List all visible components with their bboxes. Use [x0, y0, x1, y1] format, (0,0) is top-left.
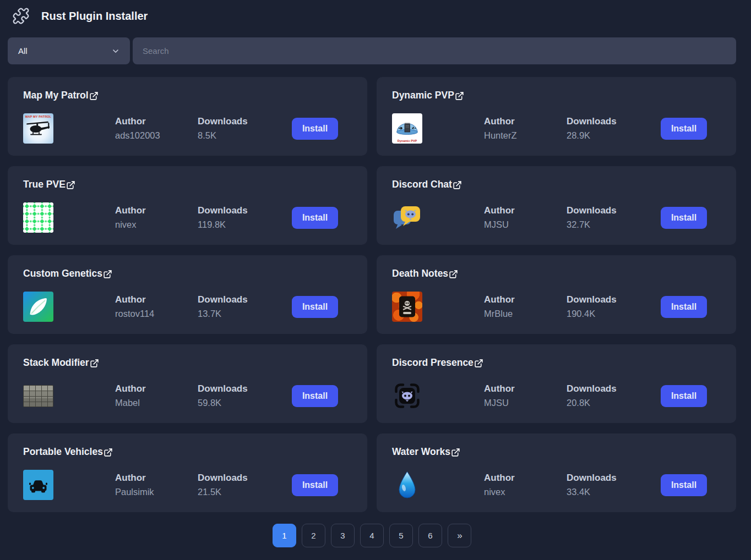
downloads-block: Downloads 8.5K — [198, 116, 286, 141]
plugin-title-link[interactable]: Discord Presence — [392, 357, 483, 369]
downloads-block: Downloads 28.9K — [567, 116, 655, 141]
author-label: Author — [115, 473, 198, 484]
downloads-value: 21.5K — [198, 487, 286, 497]
plugin-card-body: Dynamic PVP Author HunterZ Downloads 28.… — [392, 113, 707, 144]
plugin-card: Dynamic PVP Dynamic PVP Author HunterZ D… — [377, 77, 736, 156]
downloads-block: Downloads 32.7K — [567, 205, 655, 230]
plugin-card-body: Author Mabel Downloads 59.8K Install — [23, 381, 338, 411]
search-input[interactable] — [133, 37, 736, 64]
leaf-custom-genetics-icon — [23, 292, 53, 322]
plugin-card-body: Author rostov114 Downloads 13.7K Install — [23, 292, 338, 322]
author-block: Author Paulsimik — [115, 473, 198, 497]
plugin-title-link[interactable]: Custom Genetics — [23, 268, 112, 279]
page-button-4[interactable]: 4 — [360, 524, 384, 547]
plugin-title: Water Works — [392, 446, 450, 458]
install-button[interactable]: Install — [661, 385, 707, 407]
author-value: HunterZ — [484, 130, 567, 141]
downloads-label: Downloads — [198, 383, 286, 394]
discord-presence-frame-icon — [392, 381, 422, 411]
install-button[interactable]: Install — [292, 118, 338, 140]
page-title: Rust Plugin Installer — [41, 10, 148, 23]
plugin-title-link[interactable]: Stack Modifier — [23, 357, 99, 369]
plugin-card: True PVE Author nivex Downloads 119.8K I… — [8, 166, 367, 245]
install-button[interactable]: Install — [661, 207, 707, 229]
plugin-title-link[interactable]: Portable Vehicles — [23, 446, 113, 458]
plugin-title: Discord Presence — [392, 357, 474, 369]
plugin-card-body: Author Paulsimik Downloads 21.5K Install — [23, 470, 338, 500]
downloads-label: Downloads — [198, 473, 286, 484]
car-portable-vehicles-icon — [23, 470, 53, 500]
author-block: Author HunterZ — [484, 116, 567, 141]
downloads-label: Downloads — [198, 294, 286, 305]
author-value: Paulsimik — [115, 487, 198, 497]
plugin-card: Stack Modifier Author Mabel Downloads 59… — [8, 344, 367, 423]
author-label: Author — [484, 116, 567, 127]
install-button[interactable]: Install — [292, 296, 338, 318]
external-link-icon — [89, 91, 99, 101]
author-block: Author nivex — [115, 205, 198, 230]
next-pages-button[interactable]: » — [448, 524, 471, 547]
downloads-label: Downloads — [567, 205, 655, 216]
inventory-grid-stack-modifier-icon — [23, 381, 53, 411]
plugin-title-link[interactable]: True PVE — [23, 179, 75, 190]
author-label: Author — [484, 473, 567, 484]
plugin-title: Dynamic PVP — [392, 90, 454, 101]
downloads-label: Downloads — [198, 205, 286, 216]
author-block: Author Mabel — [115, 383, 198, 408]
dome-dynamic-pvp-icon: Dynamic PVP — [392, 113, 422, 144]
downloads-value: 32.7K — [567, 219, 655, 230]
plugin-card: Discord Chat Author MJSU Downloads 32.7K… — [377, 166, 736, 245]
page-button-6[interactable]: 6 — [418, 524, 442, 547]
external-link-icon — [453, 180, 462, 190]
author-label: Author — [115, 205, 198, 216]
plugin-card: Death Notes Author MrBlue Downloads 190.… — [377, 255, 736, 334]
author-label: Author — [115, 383, 198, 394]
install-button[interactable]: Install — [661, 474, 707, 496]
page-button-2[interactable]: 2 — [302, 524, 325, 547]
install-button[interactable]: Install — [292, 207, 338, 229]
category-select[interactable]: All — [8, 37, 130, 64]
green-pattern-true-pve-icon — [23, 202, 53, 233]
author-value: rostov114 — [115, 309, 198, 319]
plugin-title-link[interactable]: Death Notes — [392, 268, 458, 279]
install-button[interactable]: Install — [661, 118, 707, 140]
author-label: Author — [484, 205, 567, 216]
author-value: nivex — [115, 219, 198, 230]
author-value: nivex — [484, 487, 567, 497]
plugin-title: True PVE — [23, 179, 66, 190]
external-link-icon — [455, 91, 464, 101]
author-label: Author — [115, 116, 198, 127]
plugin-card: Map My Patrol MAP MY PATROL Author ads10… — [8, 77, 367, 156]
downloads-block: Downloads 13.7K — [198, 294, 286, 319]
author-label: Author — [484, 383, 567, 394]
install-button[interactable]: Install — [661, 296, 707, 318]
downloads-label: Downloads — [198, 116, 286, 127]
author-block: Author rostov114 — [115, 294, 198, 319]
downloads-block: Downloads 33.4K — [567, 473, 655, 497]
external-link-icon — [104, 448, 113, 457]
author-block: Author MJSU — [484, 205, 567, 230]
plugin-title-link[interactable]: Discord Chat — [392, 179, 462, 190]
downloads-block: Downloads 119.8K — [198, 205, 286, 230]
plugin-title-link[interactable]: Water Works — [392, 446, 460, 458]
page-button-1[interactable]: 1 — [273, 524, 296, 547]
plugin-grid: Map My Patrol MAP MY PATROL Author ads10… — [8, 77, 736, 512]
plugin-title: Map My Patrol — [23, 90, 89, 101]
install-button[interactable]: Install — [292, 385, 338, 407]
plugin-title-link[interactable]: Map My Patrol — [23, 90, 99, 101]
author-block: Author ads102003 — [115, 116, 198, 141]
page-button-3[interactable]: 3 — [331, 524, 355, 547]
external-link-icon — [449, 270, 458, 279]
plugin-title-link[interactable]: Dynamic PVP — [392, 90, 464, 101]
category-select-value: All — [18, 46, 28, 56]
plugin-card-body: MAP MY PATROL Author ads102003 Downloads… — [23, 113, 338, 144]
page-button-5[interactable]: 5 — [389, 524, 413, 547]
downloads-block: Downloads 59.8K — [198, 383, 286, 408]
author-label: Author — [115, 294, 198, 305]
downloads-value: 28.9K — [567, 130, 655, 141]
discord-chat-bubbles-icon — [392, 202, 422, 233]
author-value: Mabel — [115, 398, 198, 408]
downloads-value: 190.4K — [567, 309, 655, 319]
install-button[interactable]: Install — [292, 474, 338, 496]
author-value: MrBlue — [484, 309, 567, 319]
